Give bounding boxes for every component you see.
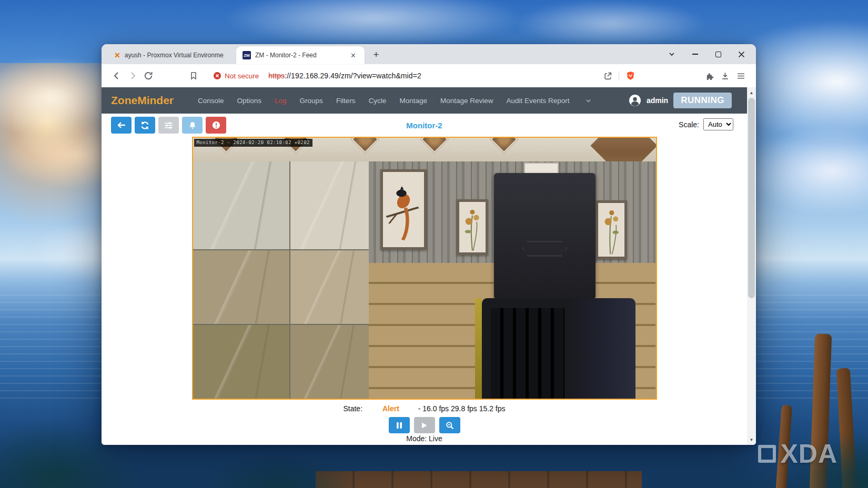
force-alarm-button[interactable]: [206, 117, 226, 134]
nav-cycle[interactable]: Cycle: [369, 97, 387, 105]
feed-scene-flower-picture: [596, 200, 627, 259]
settings-button[interactable]: [158, 117, 179, 134]
nav-montage-review[interactable]: Montage Review: [440, 97, 493, 105]
nav-log[interactable]: Log: [275, 97, 287, 105]
feed-scene-yellow-strip: [475, 298, 481, 399]
back-arrow-button[interactable]: [111, 117, 132, 134]
feed-scene-black-device: [482, 298, 635, 399]
forward-icon[interactable]: [125, 68, 140, 84]
nav-filters[interactable]: Filters: [336, 97, 356, 105]
tab-title: ayush - Proxmox Virtual Environme: [125, 52, 230, 59]
url-scheme: https: [268, 72, 285, 80]
tab-title: ZM - Monitor-2 - Feed: [255, 52, 344, 59]
nav-groups[interactable]: Groups: [300, 97, 323, 105]
feed-scene-marble-tiles: [193, 161, 369, 399]
extensions-puzzle-icon[interactable]: [701, 68, 717, 84]
reload-icon[interactable]: [140, 68, 156, 84]
play-button[interactable]: [414, 417, 435, 433]
playback-controls: [102, 415, 747, 434]
download-icon[interactable]: [717, 68, 733, 84]
tab-search-chevron-icon[interactable]: [660, 44, 683, 64]
pause-icon: [396, 422, 402, 429]
refresh-button[interactable]: [135, 117, 155, 134]
url-rest: ://192.168.29.49/zm/?view=watch&mid=2: [285, 72, 421, 80]
proxmox-favicon-icon: ✕: [114, 52, 120, 59]
tab-strip: ✕ ayush - Proxmox Virtual Environme ZM Z…: [102, 44, 756, 64]
xda-watermark: XDA: [758, 441, 837, 467]
zoneminder-nav: Console Options Log Groups Filters Cycle…: [198, 97, 592, 105]
monitor-toolbar: [111, 117, 226, 134]
nav-options[interactable]: Options: [237, 97, 262, 105]
nav-console[interactable]: Console: [198, 97, 224, 105]
scrollbar-down-icon[interactable]: ▼: [747, 435, 756, 444]
feed-timestamp-overlay: Monitor-2 - 2024-02-20 02:10:02 +0202: [194, 139, 312, 147]
page-content: ZoneMinder Console Options Log Groups Fi…: [102, 87, 756, 445]
refresh-icon: [140, 121, 149, 130]
bell-icon: [188, 121, 197, 130]
fps-readout: - 16.0 fps 29.8 fps 15.2 fps: [418, 404, 506, 413]
state-row: State: Alert - 16.0 fps 29.8 fps 15.2 fp…: [102, 402, 747, 415]
play-icon: [421, 422, 428, 429]
state-label: State:: [343, 404, 362, 413]
page-scrollbar[interactable]: ▲ ▼: [747, 87, 756, 445]
scale-label: Scale:: [679, 120, 699, 129]
tab-zm-feed[interactable]: ZM ZM - Monitor-2 - Feed ✕: [236, 46, 365, 64]
scrollbar-up-icon[interactable]: ▲: [747, 88, 756, 97]
user-avatar-icon[interactable]: [629, 94, 641, 107]
security-label: Not secure: [225, 72, 259, 80]
username[interactable]: admin: [647, 96, 668, 105]
zoneminder-header: ZoneMinder Console Options Log Groups Fi…: [102, 87, 756, 114]
toolbar-row: Monitor-2: [102, 114, 747, 137]
menu-hamburger-icon[interactable]: [733, 68, 749, 84]
magnifier-icon: [446, 421, 454, 430]
header-right: admin RUNNING: [629, 93, 746, 108]
nav-audit-events-report[interactable]: Audit Events Report: [507, 97, 570, 105]
new-tab-button[interactable]: +: [369, 47, 383, 62]
camera-live-feed[interactable]: Monitor-2 - 2024-02-20 02:10:02 +0202: [192, 137, 657, 400]
minimize-button[interactable]: [683, 44, 706, 64]
browser-window: ✕ ayush - Proxmox Virtual Environme ZM Z…: [102, 44, 756, 445]
xda-logo-text: XDA: [780, 441, 837, 467]
scale-control: Scale: Auto: [679, 118, 733, 130]
run-state-button[interactable]: RUNNING: [673, 93, 732, 108]
wallpaper-cloud: [516, 0, 705, 47]
address-bar: Not secure https://192.168.29.49/zm/?vie…: [102, 64, 756, 87]
exclamation-circle-icon: [211, 120, 221, 130]
feed-scene-speaker-logo: [522, 241, 567, 257]
close-button[interactable]: [730, 44, 753, 64]
scrollbar-thumb[interactable]: [748, 98, 755, 298]
share-icon[interactable]: [600, 68, 615, 84]
bookmark-icon[interactable]: [186, 68, 201, 84]
mode-row: Mode: Live: [102, 434, 747, 445]
zoom-button[interactable]: [439, 417, 460, 433]
url-text[interactable]: https://192.168.29.49/zm/?view=watch&mid…: [268, 72, 421, 80]
nav-overflow-chevron-icon[interactable]: [585, 97, 592, 104]
zm-favicon-icon: ZM: [243, 51, 251, 59]
feed-scene-flower-picture: [457, 199, 488, 256]
alarm-bell-button[interactable]: [182, 117, 203, 134]
nav-montage[interactable]: Montage: [399, 97, 427, 105]
tab-close-icon[interactable]: ✕: [348, 50, 358, 60]
screen: ✕ ayush - Proxmox Virtual Environme ZM Z…: [0, 0, 868, 488]
not-secure-chip[interactable]: Not secure: [213, 72, 259, 80]
tab-proxmox[interactable]: ✕ ayush - Proxmox Virtual Environme: [108, 46, 236, 64]
xda-logo-icon: [758, 445, 776, 463]
window-controls: [660, 44, 753, 64]
address-bar-actions: [600, 68, 749, 84]
scale-select[interactable]: Auto: [703, 118, 733, 130]
watch-view: Monitor-2: [102, 114, 747, 445]
divider: [619, 71, 619, 80]
back-icon[interactable]: [109, 68, 125, 84]
wallpaper-dock: [316, 471, 642, 488]
feed-scene-bird-picture: [380, 169, 427, 250]
pause-button[interactable]: [389, 417, 410, 433]
feed-scene-device-slats: [491, 308, 564, 399]
not-secure-icon: [213, 72, 221, 80]
maximize-button[interactable]: [706, 44, 730, 64]
state-value: Alert: [382, 404, 399, 413]
arrow-left-icon: [117, 121, 126, 129]
feed-scene-speaker-box: [494, 173, 596, 298]
zoneminder-logo[interactable]: ZoneMinder: [111, 94, 174, 107]
brave-shield-icon[interactable]: [622, 68, 638, 84]
sliders-icon: [164, 121, 173, 129]
